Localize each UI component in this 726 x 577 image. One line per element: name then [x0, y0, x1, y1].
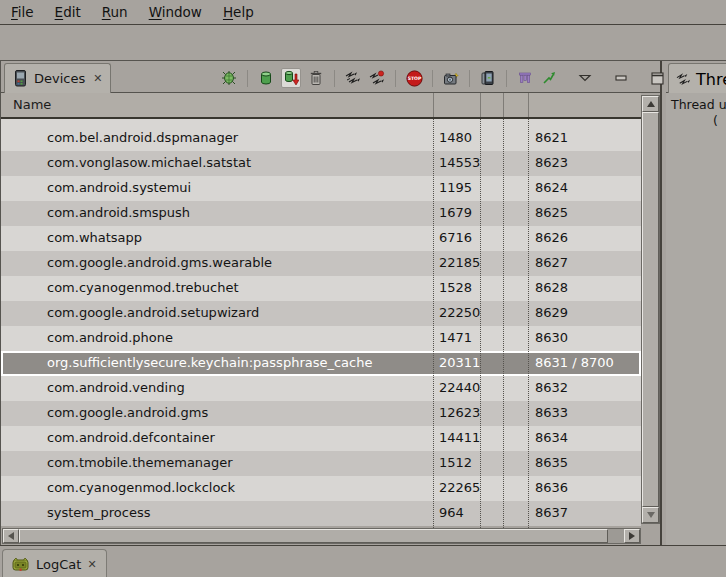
cell-pid: 22185 [439, 255, 480, 270]
table-row[interactable]: com.cyanogenmod.trebuchet 1528 8628 [1, 276, 641, 301]
method-profiling-icon[interactable] [368, 69, 386, 87]
cell-port: 8623 [535, 155, 568, 170]
cell-pid: 22250 [439, 305, 480, 320]
tab-logcat-close-icon[interactable]: ✕ [87, 558, 96, 571]
table-row[interactable]: com.android.systemui 1195 8624 [1, 176, 641, 201]
cell-port: 8629 [535, 305, 568, 320]
cell-name: com.bel.android.dspmanager [47, 130, 238, 145]
cell-pid: 1679 [439, 205, 472, 220]
cell-port: 8632 [535, 380, 568, 395]
devices-tabbar: Devices ✕ [1, 61, 660, 93]
scroll-right-button[interactable] [624, 529, 640, 543]
update-heap-icon[interactable] [257, 69, 275, 87]
cell-name: com.android.smspush [47, 205, 190, 220]
cell-pid: 6716 [439, 230, 472, 245]
tab-logcat-label: LogCat [36, 557, 81, 572]
table-row[interactable]: system_process 964 8637 [1, 501, 641, 526]
update-threads-icon[interactable] [344, 69, 362, 87]
tab-devices-label: Devices [34, 71, 85, 86]
cell-pid: 1195 [439, 180, 472, 195]
sysinfo-bars-icon[interactable] [516, 69, 534, 87]
table-row[interactable]: com.android.smspush 1679 8625 [1, 201, 641, 226]
table-row[interactable]: com.whatsapp 6716 8626 [1, 226, 641, 251]
toolbar-separator [395, 70, 396, 87]
tab-devices[interactable]: Devices ✕ [4, 63, 111, 93]
cell-name: com.google.android.setupwizard [47, 305, 259, 320]
column-header-name[interactable]: Name [13, 97, 51, 112]
gc-trash-icon[interactable] [307, 69, 325, 87]
cell-port: 8635 [535, 455, 568, 470]
table-row[interactable]: com.cyanogenmod.lockclock 22265 8636 [1, 476, 641, 501]
threads-content: Thread up ( [666, 93, 726, 546]
cell-name: com.android.vending [47, 380, 185, 395]
device-screen-icon[interactable] [479, 69, 497, 87]
threads-message-line2: ( [713, 113, 718, 128]
stop-process-icon[interactable]: STOP [405, 69, 423, 87]
threads-message-line1: Thread up [671, 97, 726, 112]
table-row[interactable]: com.android.defcontainer 14411 8634 [1, 426, 641, 451]
phone-icon [13, 70, 28, 87]
toolbar-separator [334, 70, 335, 87]
menubar: File Edit Run Window Help [0, 0, 726, 25]
table-row[interactable]: com.bel.android.dspmanager 1480 8621 [1, 126, 641, 151]
menu-item-edit[interactable]: Edit [55, 4, 81, 20]
column-divider[interactable] [480, 93, 481, 117]
table-row[interactable]: com.android.phone 1471 8630 [1, 326, 641, 351]
horizontal-scrollbar[interactable] [2, 528, 641, 544]
menu-item-help[interactable]: Help [223, 4, 254, 20]
menu-item-file[interactable]: File [11, 4, 34, 20]
table-row[interactable]: com.google.android.setupwizard 22250 862… [1, 301, 641, 326]
window-toolbar-strip [0, 26, 726, 60]
cell-name: system_process [47, 505, 150, 520]
tab-threads[interactable]: Threads [668, 63, 726, 94]
device-table-body: com.bel.android.dspmanager 1480 8621 com… [1, 119, 641, 528]
screenshot-camera-icon[interactable] [442, 69, 460, 87]
cell-pid: 12623 [439, 405, 480, 420]
cell-port: 8634 [535, 430, 568, 445]
cell-name: com.android.systemui [47, 180, 191, 195]
cell-pid: 1528 [439, 280, 472, 295]
vertical-scrollbar-thumb[interactable] [642, 112, 659, 507]
dump-hprof-icon[interactable] [281, 68, 301, 88]
column-divider[interactable] [433, 93, 434, 117]
table-row[interactable]: com.vonglasow.michael.satstat 14553 8623 [1, 151, 641, 176]
cell-name: com.google.android.gms [47, 405, 208, 420]
tab-threads-label: Threads [696, 70, 726, 89]
horizontal-scrollbar-thumb[interactable] [19, 529, 608, 543]
toolbar-separator [469, 70, 470, 87]
debug-process-icon[interactable] [220, 69, 238, 87]
cell-port: 8633 [535, 405, 568, 420]
toolbar-separator [247, 70, 248, 87]
tab-logcat[interactable]: LogCat ✕ [2, 549, 107, 577]
table-row[interactable]: com.google.android.gms 12623 8633 [1, 401, 641, 426]
column-divider[interactable] [503, 93, 504, 117]
trace-arrow-icon[interactable] [540, 69, 558, 87]
tab-devices-close-icon[interactable]: ✕ [93, 72, 102, 85]
vertical-scrollbar[interactable] [641, 95, 660, 524]
svg-text:STOP: STOP [407, 76, 421, 81]
cell-name: org.sufficientlysecure.keychain:passphra… [47, 355, 372, 370]
cell-pid: 14553 [439, 155, 480, 170]
menu-item-window[interactable]: Window [149, 4, 202, 20]
cell-name: com.android.phone [47, 330, 173, 345]
column-divider[interactable] [528, 93, 529, 117]
scroll-up-button[interactable] [642, 96, 659, 112]
table-row[interactable]: com.google.android.gms.wearable 22185 86… [1, 251, 641, 276]
table-row[interactable]: com.tmobile.thememanager 1512 8635 [1, 451, 641, 476]
cell-name: com.google.android.gms.wearable [47, 255, 272, 270]
down-arrow-icon [647, 512, 655, 518]
cell-port: 8624 [535, 180, 568, 195]
minimize-icon[interactable] [612, 69, 630, 87]
maximize-icon[interactable] [648, 69, 666, 87]
cell-name: com.cyanogenmod.lockclock [47, 480, 235, 495]
scroll-down-button[interactable] [642, 507, 659, 523]
view-menu-icon[interactable] [576, 69, 594, 87]
cell-pid: 22440 [439, 380, 480, 395]
menu-item-run[interactable]: Run [102, 4, 128, 20]
cell-port: 8631 / 8700 [535, 355, 614, 370]
table-row[interactable]: org.sufficientlysecure.keychain:passphra… [1, 351, 641, 376]
cell-port: 8626 [535, 230, 568, 245]
cell-port: 8637 [535, 505, 568, 520]
scroll-left-button[interactable] [3, 529, 19, 543]
table-row[interactable]: com.android.vending 22440 8632 [1, 376, 641, 401]
